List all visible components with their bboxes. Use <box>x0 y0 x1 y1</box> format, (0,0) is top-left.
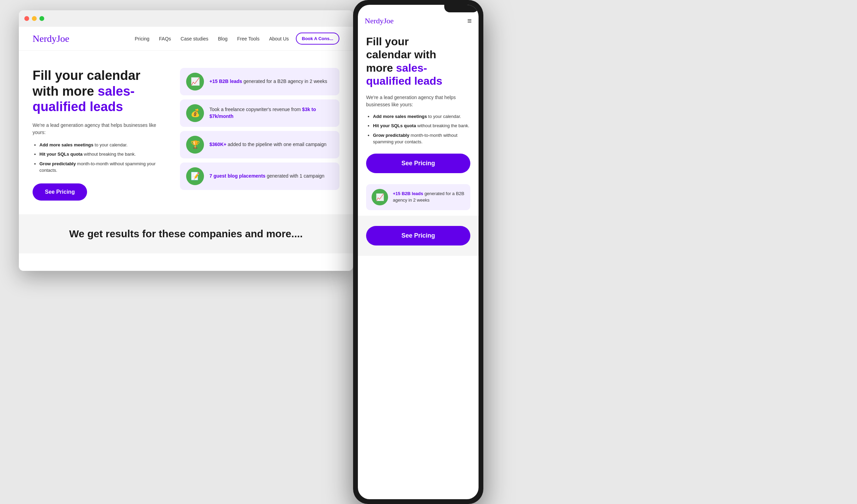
mobile-title-line1: Fill your <box>366 35 409 48</box>
nav-faqs[interactable]: FAQs <box>159 36 171 41</box>
mobile-logo: NerdyJoe <box>365 16 394 25</box>
stat-highlight-4: 7 guest blog placements <box>209 173 265 179</box>
mobile-stat-card-1: 📈 +15 B2B leads generated for a B2B agen… <box>366 184 470 210</box>
mobile-bullet-1: Add more sales meetings to your calendar… <box>373 113 470 120</box>
mobile-bullet-2-bold: Hit your SQLs quota <box>373 123 416 128</box>
hero-section: Fill your calendar with more sales-quali… <box>19 51 353 214</box>
stat-text-3: $360K+ added to the pipeline with one em… <box>209 141 326 148</box>
browser-window: NerdyJoe Pricing FAQs Case studies Blog … <box>19 10 353 271</box>
nav-case-studies[interactable]: Case studies <box>181 36 208 41</box>
mobile-hero-title: Fill your calendar with more sales-quali… <box>366 35 470 88</box>
hero-title: Fill your calendar with more sales-quali… <box>33 68 170 115</box>
stat-icon-1: 📈 <box>186 73 204 91</box>
browser-content: NerdyJoe Pricing FAQs Case studies Blog … <box>19 27 353 271</box>
traffic-light-yellow[interactable] <box>32 16 37 21</box>
mobile-stat-icon-1: 📈 <box>372 189 388 205</box>
mobile-nav: NerdyJoe ≡ <box>358 12 479 29</box>
hero-bullets: Add more sales meetings to your calendar… <box>33 142 170 174</box>
stat-text-2: Took a freelance copywriter's revenue fr… <box>209 106 333 120</box>
mobile-see-pricing-section: See Pricing <box>358 216 479 256</box>
stat-highlight-3: $360K+ <box>209 142 226 147</box>
stat-rest-1: generated for a B2B agency in 2 weeks <box>242 79 327 84</box>
desktop-logo: NerdyJoe <box>33 33 135 44</box>
stat-card-1: 📈 +15 B2B leads generated for a B2B agen… <box>180 68 339 95</box>
mobile-title-line2: calendar with <box>366 48 436 61</box>
stat-icon-3: 🏆 <box>186 136 204 154</box>
nav-pricing[interactable]: Pricing <box>135 36 149 41</box>
nav-links: Pricing FAQs Case studies Blog Free Tool… <box>135 36 289 41</box>
mobile-see-pricing-button[interactable]: See Pricing <box>366 154 470 173</box>
hero-left: Fill your calendar with more sales-quali… <box>33 68 170 201</box>
bullet-2: Hit your SQLs quota without breaking the… <box>39 151 170 158</box>
stat-rest-3: added to the pipeline with one email cam… <box>226 142 326 147</box>
mobile-device: NerdyJoe ≡ Fill your calendar with more … <box>353 0 483 504</box>
bullet-1-rest: to your calendar. <box>94 142 128 147</box>
bullet-3-bold: Grow predictably <box>39 161 76 166</box>
bullet-1: Add more sales meetings to your calendar… <box>39 142 170 148</box>
stat-icon-2: 💰 <box>186 104 204 122</box>
desktop-nav: NerdyJoe Pricing FAQs Case studies Blog … <box>19 27 353 51</box>
stat-card-4: 📝 7 guest blog placements generated with… <box>180 163 339 190</box>
traffic-light-red[interactable] <box>24 16 29 21</box>
mobile-content: Fill your calendar with more sales-quali… <box>358 29 479 216</box>
mobile-stat-highlight-1: +15 B2B leads <box>393 191 423 196</box>
see-pricing-button[interactable]: See Pricing <box>33 183 87 201</box>
mobile-bullet-3-bold: Grow predictably <box>373 133 409 138</box>
stat-highlight-1: +15 B2B leads <box>209 79 242 84</box>
browser-titlebar <box>19 10 353 27</box>
mobile-description: We're a lead generation agency that help… <box>366 94 470 108</box>
stat-text-1: +15 B2B leads generated for a B2B agency… <box>209 78 327 85</box>
mobile-bullets: Add more sales meetings to your calendar… <box>366 113 470 145</box>
mobile-bullet-1-bold: Add more sales meetings <box>373 114 427 119</box>
mobile-bullet-3: Grow predictably month-to-month without … <box>373 132 470 145</box>
hero-title-line1: Fill your calendar <box>33 68 141 83</box>
nav-book-consultation[interactable]: Book A Cons... <box>296 33 339 45</box>
stat-icon-4: 📝 <box>186 167 204 185</box>
website: NerdyJoe Pricing FAQs Case studies Blog … <box>19 27 353 271</box>
hero-title-line2: with more <box>33 84 98 98</box>
bullet-2-rest: without breaking the bank. <box>83 152 136 157</box>
mobile-notch <box>444 5 479 12</box>
mobile-bullet-2: Hit your SQLs quota without breaking the… <box>373 122 470 129</box>
stat-card-2: 💰 Took a freelance copywriter's revenue … <box>180 99 339 127</box>
nav-blog[interactable]: Blog <box>218 36 228 41</box>
results-section: We get results for these companies and m… <box>19 214 353 253</box>
bullet-3: Grow predictably month-to-month without … <box>39 160 170 174</box>
bullet-2-bold: Hit your SQLs quota <box>39 152 83 157</box>
nav-free-tools[interactable]: Free Tools <box>237 36 259 41</box>
mobile-title-line3: more <box>366 62 396 74</box>
mobile-bullet-1-rest: to your calendar. <box>427 114 461 119</box>
stat-card-3: 🏆 $360K+ added to the pipeline with one … <box>180 131 339 158</box>
mobile-stat-text-1: +15 B2B leads generated for a B2B agency… <box>393 191 465 203</box>
hamburger-icon[interactable]: ≡ <box>467 16 472 25</box>
nav-about-us[interactable]: About Us <box>269 36 289 41</box>
mobile-screen: NerdyJoe ≡ Fill your calendar with more … <box>358 5 479 499</box>
results-title: We get results for these companies and m… <box>33 228 339 240</box>
mobile-see-pricing-bottom-button[interactable]: See Pricing <box>366 226 470 245</box>
hero-right: 📈 +15 B2B leads generated for a B2B agen… <box>180 68 339 201</box>
traffic-light-green[interactable] <box>39 16 44 21</box>
bullet-1-bold: Add more sales meetings <box>39 142 94 147</box>
stat-text-4: 7 guest blog placements generated with 1… <box>209 173 324 180</box>
stat-rest-4: generated with 1 campaign <box>265 173 324 179</box>
hero-description: We're a lead generation agency that help… <box>33 122 170 136</box>
stat-text-before-2: Took a freelance copywriter's revenue fr… <box>209 107 302 112</box>
mobile-bullet-2-rest: without breaking the bank. <box>416 123 469 128</box>
